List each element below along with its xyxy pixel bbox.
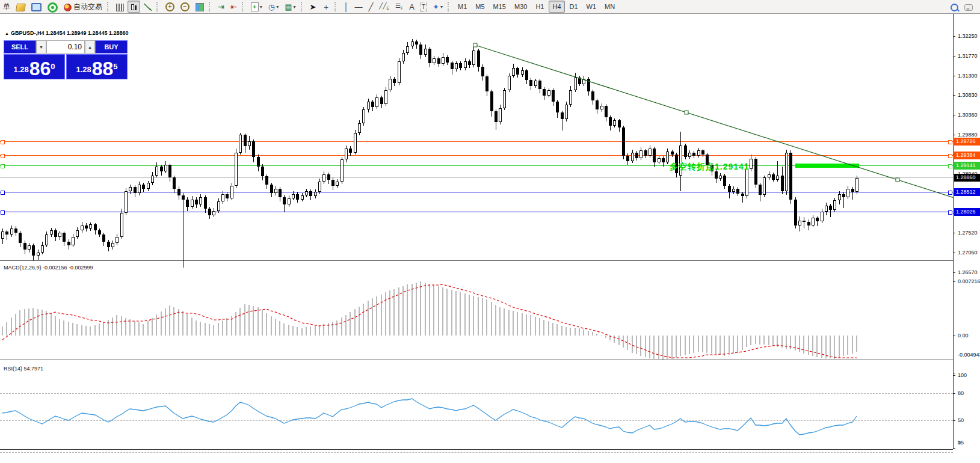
volume-increase-button[interactable]: ▲: [85, 40, 95, 54]
macd-histogram-bar: [711, 336, 712, 354]
candle: [309, 191, 312, 196]
price-tick-mark: [953, 233, 955, 233]
volume-decrease-button[interactable]: ▼: [36, 40, 46, 54]
buy-button[interactable]: BUY: [95, 40, 128, 54]
macd-histogram-bar: [715, 336, 717, 354]
macd-histogram-bar: [781, 336, 783, 348]
candle: [561, 112, 564, 119]
candle: [168, 165, 171, 177]
timeframe-mn[interactable]: MN: [601, 1, 618, 13]
candle: [803, 221, 806, 222]
macd-histogram-bar: [790, 336, 791, 349]
zoom-out-button[interactable]: −: [178, 1, 192, 13]
macd-histogram-bar: [618, 336, 620, 345]
hline-tool[interactable]: —: [353, 1, 365, 13]
candle: [472, 51, 475, 65]
toolbar-separator: [334, 2, 339, 11]
candle: [534, 81, 537, 86]
chart-window[interactable]: ▲GBPUSD-,H4 1.28454 1.28949 1.28445 1.28…: [0, 14, 980, 463]
candle: [723, 176, 726, 186]
candle: [446, 57, 449, 63]
search-button[interactable]: [948, 1, 961, 13]
new-order-button[interactable]: 单: [1, 1, 13, 13]
cursor-tool[interactable]: ➤: [307, 1, 319, 13]
chat-icon: [964, 4, 973, 11]
macd-histogram-bar: [653, 336, 655, 359]
price-tick-mark: [953, 95, 955, 96]
chat-button[interactable]: [962, 1, 975, 13]
sell-button[interactable]: SELL: [4, 40, 36, 54]
line-handle[interactable]: [1, 191, 5, 195]
line-chart-button[interactable]: [141, 1, 154, 13]
macd-histogram-bar: [271, 316, 272, 336]
macd-histogram-bar: [288, 325, 289, 336]
timeframe-m15[interactable]: M15: [490, 1, 510, 13]
timeframe-h1[interactable]: H1: [532, 1, 547, 13]
sell-price[interactable]: 1.28860: [4, 54, 65, 79]
candle: [477, 51, 480, 67]
history-center-icon[interactable]: [14, 1, 28, 13]
macd-histogram-bar: [257, 307, 259, 336]
macd-histogram-bar: [451, 290, 452, 336]
zoom-in-button[interactable]: +: [163, 1, 177, 13]
periods-button[interactable]: ◷▾: [266, 1, 281, 13]
text-tool[interactable]: A: [407, 1, 417, 13]
line-handle[interactable]: [948, 154, 952, 158]
templates-button[interactable]: ▦▾: [282, 1, 298, 13]
candle: [821, 212, 824, 221]
line-handle[interactable]: [1, 154, 5, 158]
candle: [622, 127, 625, 156]
timeframe-w1[interactable]: W1: [583, 1, 600, 13]
timeframe-d1[interactable]: D1: [566, 1, 582, 13]
macd-histogram-bar: [552, 323, 553, 336]
horizontal-level-line[interactable]: [0, 141, 953, 142]
buy-price[interactable]: 1.28885: [66, 54, 128, 79]
candle: [565, 105, 568, 119]
candle: [406, 46, 409, 53]
arrows-tool[interactable]: ✦▾: [430, 1, 445, 13]
line-handle[interactable]: [1, 140, 5, 144]
timeframe-m5[interactable]: M5: [472, 1, 488, 13]
time-axis[interactable]: [0, 449, 953, 463]
candle: [736, 189, 739, 194]
candle: [807, 222, 810, 225]
volume-input[interactable]: 0.10: [46, 40, 85, 54]
chart-shift-button[interactable]: ⇤: [228, 1, 239, 13]
line-handle[interactable]: [1, 210, 5, 215]
auto-scroll-icon: ⇥: [218, 2, 224, 11]
candle-wick: [804, 217, 804, 228]
macd-histogram-bar: [856, 336, 857, 352]
horizontal-level-line[interactable]: [0, 192, 953, 192]
candle: [10, 228, 13, 235]
horizontal-level-line[interactable]: [0, 155, 953, 156]
autotrade-button[interactable]: 自动交易: [61, 1, 105, 13]
macd-histogram-bar: [609, 336, 611, 340]
fibonacci-tool[interactable]: ☰F: [393, 1, 405, 13]
new-chart-button[interactable]: +▾: [248, 1, 265, 13]
crosshair-tool[interactable]: ＋: [319, 1, 332, 13]
timeframe-h4[interactable]: H4: [549, 1, 564, 13]
timeframe-m1[interactable]: M1: [454, 1, 470, 13]
line-handle[interactable]: [948, 164, 952, 168]
timeframe-m30[interactable]: M30: [511, 1, 531, 13]
line-handle[interactable]: [1, 164, 5, 168]
market-watch-icon[interactable]: [29, 1, 44, 13]
channel-tool[interactable]: ╱╱E: [377, 1, 392, 13]
signals-icon[interactable]: [45, 1, 60, 13]
line-handle[interactable]: [948, 191, 952, 195]
line-handle[interactable]: [948, 210, 952, 215]
candlestick-chart-button[interactable]: [128, 1, 140, 13]
candle: [684, 146, 687, 157]
tile-windows-button[interactable]: [193, 1, 206, 13]
line-handle[interactable]: [948, 140, 952, 144]
collapse-arrow-icon[interactable]: ▲: [5, 31, 9, 35]
text-label-tool[interactable]: T: [418, 1, 429, 13]
candle: [160, 167, 163, 171]
macd-histogram-bar: [319, 325, 320, 336]
auto-scroll-button[interactable]: ⇥: [215, 1, 227, 13]
bar-chart-button[interactable]: [114, 1, 126, 13]
horizontal-level-line[interactable]: [0, 212, 953, 212]
macd-histogram-bar: [605, 336, 606, 338]
vline-tool[interactable]: │: [341, 1, 351, 13]
trendline-tool[interactable]: ╱: [366, 1, 376, 13]
